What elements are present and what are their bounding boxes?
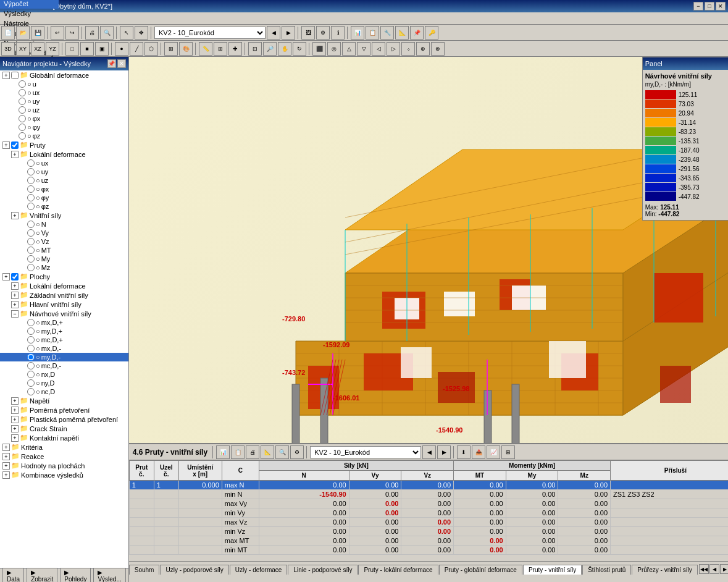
new-button[interactable]: 📄	[1, 26, 15, 40]
tree-item-1[interactable]: ○u	[0, 80, 128, 88]
results-tab-souhm[interactable]: Souhm	[129, 565, 160, 575]
view-xz-button[interactable]: XZ	[31, 42, 44, 56]
tree-item-20[interactable]: ○MT	[0, 246, 128, 255]
tree-item-44[interactable]: +📁Hodnoty na plochách	[0, 461, 128, 470]
rotate-button[interactable]: ↻	[293, 42, 306, 56]
view-yz-button[interactable]: YZ	[46, 42, 59, 56]
tree-item-19[interactable]: ○Vz	[0, 237, 128, 246]
color-button[interactable]: 🎨	[179, 42, 193, 56]
tree-item-43[interactable]: +📁Reakce	[0, 452, 128, 461]
tree-item-38[interactable]: +📁Poměrná přetvoření	[0, 405, 128, 415]
next-button[interactable]: ▶	[282, 26, 295, 40]
tree-item-10[interactable]: ○ux	[0, 159, 128, 167]
r-btn1[interactable]: 📊	[216, 445, 230, 459]
zoom-in-button[interactable]: 🔎	[263, 42, 277, 56]
redo-button[interactable]: ↪	[65, 26, 79, 40]
tree-item-22[interactable]: ○Mz	[0, 263, 128, 272]
tree-item-15[interactable]: ○φz	[0, 202, 128, 211]
table-row-2[interactable]: max Vy0.000.000.000.000.000.00	[129, 499, 728, 508]
tree-item-25[interactable]: +📁Základní vnitřní síly	[0, 290, 128, 300]
info-button[interactable]: ℹ	[331, 26, 345, 40]
print-button[interactable]: 🖨	[85, 26, 99, 40]
tb2-extra2[interactable]: ◎	[327, 42, 341, 56]
nav-data-button[interactable]: ▶ Data	[2, 568, 24, 583]
title-bar-controls[interactable]: − □ ✕	[693, 2, 726, 11]
tab-nav-▶[interactable]: ▶	[720, 564, 728, 574]
r-filter[interactable]: ⬇	[457, 445, 471, 459]
tb-btn-extra1[interactable]: 📊	[351, 26, 364, 40]
tb2-extra3[interactable]: △	[342, 42, 356, 56]
tree-item-30[interactable]: ○mc,D,+	[0, 335, 128, 344]
table-row-5[interactable]: min Vz0.000.000.000.000.000.00	[129, 527, 728, 536]
tree-item-35[interactable]: ○ny,D	[0, 379, 128, 387]
minimize-button[interactable]: −	[693, 2, 703, 11]
tb2-extra4[interactable]: ▽	[357, 42, 370, 56]
r-btn4[interactable]: 📐	[261, 445, 274, 459]
tree-item-27[interactable]: −📁Návrhové vnitřní síly	[0, 309, 128, 318]
select-button[interactable]: ↖	[120, 26, 133, 40]
nav-pin-button[interactable]: 📌	[107, 59, 116, 68]
surface-button[interactable]: ⬡	[144, 42, 158, 56]
tree-item-11[interactable]: ○uy	[0, 167, 128, 176]
r-btn5[interactable]: 🔍	[275, 445, 289, 459]
tree-item-0[interactable]: +📁Globální deformace	[0, 70, 128, 80]
settings-button[interactable]: ⚙	[316, 26, 330, 40]
view-3d-button[interactable]: 3D	[1, 42, 15, 56]
tb-btn-extra5[interactable]: 📌	[410, 26, 424, 40]
zoom-button[interactable]: 🔍	[100, 26, 114, 40]
results-lc-combo[interactable]: KV2 - 10_Eurokód	[310, 446, 421, 458]
tree-item-26[interactable]: +📁Hlavní vnitřní síly	[0, 300, 128, 309]
wireframe-button[interactable]: □	[65, 42, 79, 56]
tb2-extra1[interactable]: ⬛	[312, 42, 326, 56]
tree-item-45[interactable]: +📁Kombinace výsledků	[0, 470, 128, 479]
menu-item-výpočet[interactable]: Výpočet	[0, 0, 59, 9]
tab-nav-◀◀[interactable]: ◀◀	[699, 564, 709, 574]
nav-vysled-button[interactable]: ▶ Výsled...	[93, 568, 125, 583]
tree-item-24[interactable]: +📁Lokální deformace	[0, 281, 128, 290]
tree-item-17[interactable]: ○N	[0, 220, 128, 229]
line-button[interactable]: ╱	[130, 42, 143, 56]
r-next[interactable]: ▶	[437, 445, 451, 459]
tb2-extra9[interactable]: ⊗	[431, 42, 445, 56]
snap-button[interactable]: ✚	[228, 42, 242, 56]
open-button[interactable]: 📂	[16, 26, 30, 40]
results-tab-pruty---lokln-deformace[interactable]: Pruty - lokální deformace	[358, 565, 438, 575]
save-button[interactable]: 💾	[31, 26, 44, 40]
r-chart[interactable]: 📈	[487, 445, 500, 459]
table-row-4[interactable]: max Vz0.000.000.000.000.000.00	[129, 518, 728, 527]
nav-zobrazit-button[interactable]: ▶ Zobrazit	[27, 568, 57, 583]
tree-item-16[interactable]: +📁Vnitřní síly	[0, 211, 128, 220]
tree-item-21[interactable]: ○My	[0, 255, 128, 263]
tree-item-39[interactable]: +📁Plastická poměrná přetvoření	[0, 415, 128, 424]
tree-item-33[interactable]: ○mc,D,-	[0, 361, 128, 370]
measure-button[interactable]: 📏	[199, 42, 212, 56]
solid-button[interactable]: ■	[80, 42, 94, 56]
solid2-button[interactable]: ▣	[95, 42, 109, 56]
tree-item-5[interactable]: ○φx	[0, 114, 128, 123]
r-prev[interactable]: ◀	[422, 445, 436, 459]
tb2-extra6[interactable]: ▷	[387, 42, 400, 56]
tree-item-36[interactable]: ○nc,D	[0, 387, 128, 396]
tree-item-14[interactable]: ○φy	[0, 193, 128, 202]
maximize-button[interactable]: □	[705, 2, 714, 11]
tree-item-40[interactable]: +📁Crack Strain	[0, 424, 128, 433]
tree-item-23[interactable]: +📁Plochy	[0, 272, 128, 281]
close-button[interactable]: ✕	[716, 2, 726, 11]
pan-button[interactable]: ✋	[278, 42, 291, 56]
tb-btn-extra4[interactable]: 📐	[395, 26, 409, 40]
tree-item-4[interactable]: ○uz	[0, 106, 128, 114]
tb2-extra7[interactable]: ⬦	[401, 42, 415, 56]
tree-item-37[interactable]: +📁Napětí	[0, 396, 128, 405]
tree-item-18[interactable]: ○Vy	[0, 229, 128, 237]
tree-item-42[interactable]: +📁Kritéria	[0, 442, 128, 452]
mesh-button[interactable]: ⊞	[164, 42, 178, 56]
nav-close-button[interactable]: ✕	[117, 59, 126, 68]
tree-item-28[interactable]: ○mx,D,+	[0, 318, 128, 327]
zoom-fit-button[interactable]: ⊡	[248, 42, 262, 56]
tree-item-29[interactable]: ○my,D,+	[0, 327, 128, 335]
load-case-combo[interactable]: KV2 - 10_Eurokód	[154, 27, 266, 39]
move-button[interactable]: ✥	[135, 26, 148, 40]
grid-button[interactable]: ⊞	[214, 42, 227, 56]
results-tab-linie---podporov-sly[interactable]: Linie - podporové síly	[288, 565, 358, 575]
tree-item-9[interactable]: +📁Lokální deformace	[0, 150, 128, 159]
